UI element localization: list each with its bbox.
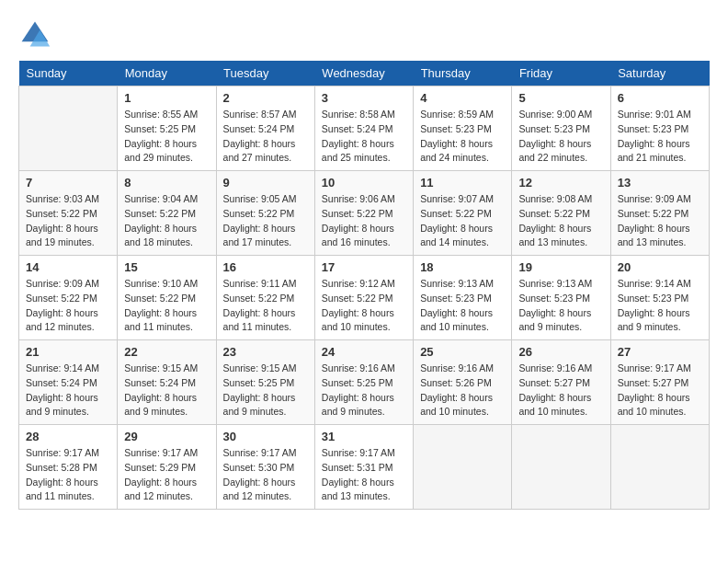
calendar-cell	[19, 86, 118, 171]
calendar-cell: 31Sunrise: 9:17 AM Sunset: 5:31 PM Dayli…	[314, 425, 413, 510]
header-day-wednesday: Wednesday	[314, 61, 413, 86]
day-info: Sunrise: 9:16 AM Sunset: 5:26 PM Dayligh…	[420, 362, 505, 419]
calendar-cell: 15Sunrise: 9:10 AM Sunset: 5:22 PM Dayli…	[118, 256, 216, 340]
week-row-1: 1Sunrise: 8:55 AM Sunset: 5:25 PM Daylig…	[19, 86, 710, 171]
calendar-cell: 29Sunrise: 9:17 AM Sunset: 5:29 PM Dayli…	[118, 425, 216, 510]
day-info: Sunrise: 8:58 AM Sunset: 5:24 PM Dayligh…	[322, 108, 406, 166]
header-day-friday: Friday	[512, 61, 610, 86]
day-number: 21	[26, 345, 110, 359]
day-number: 18	[420, 260, 505, 274]
day-number: 13	[618, 176, 702, 190]
day-number: 28	[26, 430, 110, 443]
day-info: Sunrise: 9:10 AM Sunset: 5:22 PM Dayligh…	[124, 277, 209, 335]
day-number: 11	[420, 176, 505, 190]
day-number: 30	[223, 430, 308, 443]
calendar-cell: 16Sunrise: 9:11 AM Sunset: 5:22 PM Dayli…	[216, 256, 314, 340]
calendar-cell: 5Sunrise: 9:00 AM Sunset: 5:23 PM Daylig…	[512, 86, 610, 171]
header-day-thursday: Thursday	[414, 61, 512, 86]
day-number: 22	[124, 345, 209, 359]
calendar-cell: 6Sunrise: 9:01 AM Sunset: 5:23 PM Daylig…	[610, 86, 709, 171]
day-info: Sunrise: 9:01 AM Sunset: 5:23 PM Dayligh…	[618, 108, 702, 166]
calendar-cell: 27Sunrise: 9:17 AM Sunset: 5:27 PM Dayli…	[610, 340, 709, 425]
day-number: 25	[420, 345, 505, 359]
calendar-cell: 24Sunrise: 9:16 AM Sunset: 5:25 PM Dayli…	[314, 340, 413, 425]
day-info: Sunrise: 9:12 AM Sunset: 5:22 PM Dayligh…	[322, 277, 406, 335]
day-number: 17	[322, 260, 406, 274]
day-number: 5	[518, 91, 603, 105]
week-row-5: 28Sunrise: 9:17 AM Sunset: 5:28 PM Dayli…	[19, 425, 710, 510]
day-info: Sunrise: 9:17 AM Sunset: 5:29 PM Dayligh…	[124, 446, 209, 504]
day-info: Sunrise: 9:05 AM Sunset: 5:22 PM Dayligh…	[223, 192, 308, 250]
day-number: 19	[518, 260, 603, 274]
day-number: 23	[223, 345, 308, 359]
day-info: Sunrise: 8:55 AM Sunset: 5:25 PM Dayligh…	[124, 108, 209, 166]
header-row: SundayMondayTuesdayWednesdayThursdayFrid…	[19, 61, 710, 86]
day-number: 7	[26, 176, 110, 190]
day-info: Sunrise: 9:15 AM Sunset: 5:24 PM Dayligh…	[124, 362, 209, 419]
logo	[18, 18, 55, 52]
calendar-cell	[512, 425, 610, 510]
day-info: Sunrise: 8:57 AM Sunset: 5:24 PM Dayligh…	[223, 108, 308, 166]
calendar-cell: 20Sunrise: 9:14 AM Sunset: 5:23 PM Dayli…	[610, 256, 709, 340]
calendar-cell: 1Sunrise: 8:55 AM Sunset: 5:25 PM Daylig…	[118, 86, 216, 171]
day-info: Sunrise: 9:16 AM Sunset: 5:27 PM Dayligh…	[518, 362, 603, 419]
calendar-cell: 9Sunrise: 9:05 AM Sunset: 5:22 PM Daylig…	[216, 171, 314, 256]
calendar-cell: 3Sunrise: 8:58 AM Sunset: 5:24 PM Daylig…	[314, 86, 413, 171]
day-info: Sunrise: 9:07 AM Sunset: 5:22 PM Dayligh…	[420, 192, 505, 250]
day-number: 16	[223, 260, 308, 274]
day-number: 1	[124, 91, 209, 105]
day-number: 6	[618, 91, 702, 105]
day-number: 4	[420, 91, 505, 105]
week-row-2: 7Sunrise: 9:03 AM Sunset: 5:22 PM Daylig…	[19, 171, 710, 256]
calendar-cell: 30Sunrise: 9:17 AM Sunset: 5:30 PM Dayli…	[216, 425, 314, 510]
day-number: 26	[518, 345, 603, 359]
day-number: 15	[124, 260, 209, 274]
calendar-cell: 4Sunrise: 8:59 AM Sunset: 5:23 PM Daylig…	[414, 86, 512, 171]
day-info: Sunrise: 9:17 AM Sunset: 5:31 PM Dayligh…	[322, 446, 406, 504]
day-number: 2	[223, 91, 308, 105]
calendar-cell	[414, 425, 512, 510]
day-info: Sunrise: 9:03 AM Sunset: 5:22 PM Dayligh…	[26, 192, 110, 250]
day-number: 27	[618, 345, 702, 359]
day-number: 10	[322, 176, 406, 190]
day-info: Sunrise: 9:14 AM Sunset: 5:23 PM Dayligh…	[618, 277, 702, 335]
calendar-cell: 22Sunrise: 9:15 AM Sunset: 5:24 PM Dayli…	[118, 340, 216, 425]
day-number: 12	[518, 176, 603, 190]
day-number: 14	[26, 260, 110, 274]
day-info: Sunrise: 9:09 AM Sunset: 5:22 PM Dayligh…	[618, 192, 702, 250]
day-info: Sunrise: 9:13 AM Sunset: 5:23 PM Dayligh…	[420, 277, 505, 335]
day-info: Sunrise: 9:00 AM Sunset: 5:23 PM Dayligh…	[518, 108, 603, 166]
day-info: Sunrise: 9:14 AM Sunset: 5:24 PM Dayligh…	[26, 362, 110, 419]
header-day-sunday: Sunday	[19, 61, 118, 86]
day-info: Sunrise: 9:17 AM Sunset: 5:28 PM Dayligh…	[26, 446, 110, 504]
calendar-cell: 17Sunrise: 9:12 AM Sunset: 5:22 PM Dayli…	[314, 256, 413, 340]
logo-icon	[18, 18, 51, 52]
calendar-cell: 7Sunrise: 9:03 AM Sunset: 5:22 PM Daylig…	[19, 171, 118, 256]
calendar-cell: 2Sunrise: 8:57 AM Sunset: 5:24 PM Daylig…	[216, 86, 314, 171]
calendar-cell: 8Sunrise: 9:04 AM Sunset: 5:22 PM Daylig…	[118, 171, 216, 256]
week-row-4: 21Sunrise: 9:14 AM Sunset: 5:24 PM Dayli…	[19, 340, 710, 425]
day-number: 20	[618, 260, 702, 274]
calendar-cell: 25Sunrise: 9:16 AM Sunset: 5:26 PM Dayli…	[414, 340, 512, 425]
day-number: 31	[322, 430, 406, 443]
day-info: Sunrise: 9:13 AM Sunset: 5:23 PM Dayligh…	[518, 277, 603, 335]
calendar-cell: 14Sunrise: 9:09 AM Sunset: 5:22 PM Dayli…	[19, 256, 118, 340]
day-info: Sunrise: 9:17 AM Sunset: 5:30 PM Dayligh…	[223, 446, 308, 504]
calendar-cell: 23Sunrise: 9:15 AM Sunset: 5:25 PM Dayli…	[216, 340, 314, 425]
day-info: Sunrise: 9:16 AM Sunset: 5:25 PM Dayligh…	[322, 362, 406, 419]
day-info: Sunrise: 9:08 AM Sunset: 5:22 PM Dayligh…	[518, 192, 603, 250]
week-row-3: 14Sunrise: 9:09 AM Sunset: 5:22 PM Dayli…	[19, 256, 710, 340]
header-day-monday: Monday	[118, 61, 216, 86]
page-header	[18, 18, 710, 52]
calendar-cell: 21Sunrise: 9:14 AM Sunset: 5:24 PM Dayli…	[19, 340, 118, 425]
day-info: Sunrise: 9:04 AM Sunset: 5:22 PM Dayligh…	[124, 192, 209, 250]
calendar-cell: 18Sunrise: 9:13 AM Sunset: 5:23 PM Dayli…	[414, 256, 512, 340]
day-info: Sunrise: 8:59 AM Sunset: 5:23 PM Dayligh…	[420, 108, 505, 166]
calendar-cell: 19Sunrise: 9:13 AM Sunset: 5:23 PM Dayli…	[512, 256, 610, 340]
calendar-cell: 13Sunrise: 9:09 AM Sunset: 5:22 PM Dayli…	[610, 171, 709, 256]
day-info: Sunrise: 9:15 AM Sunset: 5:25 PM Dayligh…	[223, 362, 308, 419]
day-info: Sunrise: 9:17 AM Sunset: 5:27 PM Dayligh…	[618, 362, 702, 419]
calendar-cell: 28Sunrise: 9:17 AM Sunset: 5:28 PM Dayli…	[19, 425, 118, 510]
day-number: 24	[322, 345, 406, 359]
day-number: 3	[322, 91, 406, 105]
